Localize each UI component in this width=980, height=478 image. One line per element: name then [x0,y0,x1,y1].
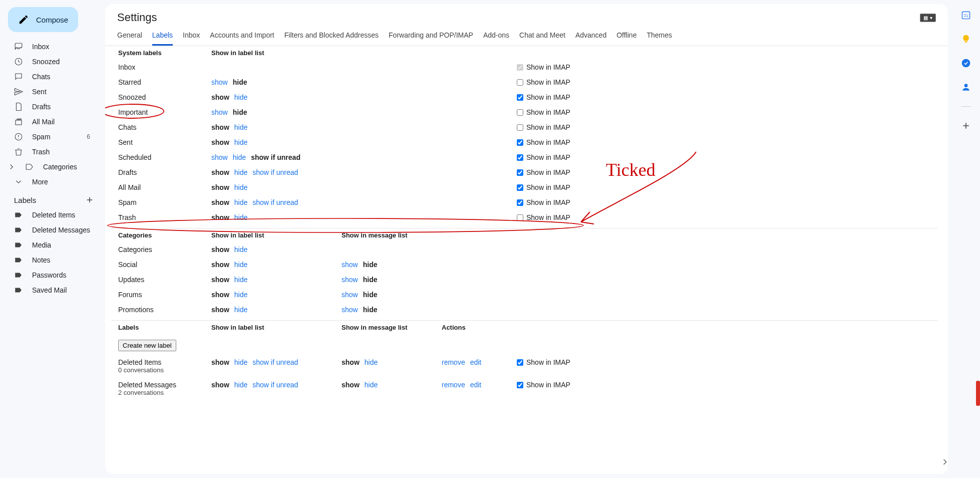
imap-toggle[interactable]: Show in IMAP [517,213,938,221]
option-show-if-unread[interactable]: show if unread [252,168,298,176]
option-hide[interactable]: hide [234,168,247,176]
sidebar-label-item[interactable]: Media [4,237,101,253]
imap-toggle[interactable]: Show in IMAP [517,63,938,71]
option-show[interactable]: show [211,153,228,161]
option-hide[interactable]: hide [234,261,247,269]
sidebar-label-item[interactable]: Passwords [4,268,101,283]
option-show[interactable]: show [342,306,358,314]
option-show[interactable]: show [211,291,229,299]
option-show[interactable]: show [211,78,228,86]
tab-add-ons[interactable]: Add-ons [483,31,509,46]
option-show-if-unread[interactable]: show if unread [252,381,298,389]
option-hide[interactable]: hide [234,358,247,366]
option-hide[interactable]: hide [234,276,247,284]
option-show[interactable]: show [211,358,229,366]
sidebar-label-item[interactable]: Deleted Items [4,207,101,222]
imap-toggle[interactable]: Show in IMAP [517,198,938,206]
nav-spam[interactable]: Spam6 [4,129,101,144]
option-hide[interactable]: hide [234,123,247,131]
option-show[interactable]: show [342,276,358,284]
add-label-icon[interactable] [85,195,94,204]
tab-forwarding-and-pop-imap[interactable]: Forwarding and POP/IMAP [389,31,473,46]
edit-action[interactable]: edit [470,358,482,366]
nav-chats[interactable]: Chats [4,69,101,84]
option-hide[interactable]: hide [233,108,247,116]
tab-labels[interactable]: Labels [152,31,173,46]
tab-themes[interactable]: Themes [646,31,672,46]
option-hide[interactable]: hide [234,198,247,206]
imap-toggle[interactable]: Show in IMAP [517,168,938,176]
imap-toggle[interactable]: Show in IMAP [517,381,938,389]
compose-button[interactable]: Compose [8,7,78,32]
nav-more[interactable]: More [4,174,101,189]
option-show[interactable]: show [211,213,229,221]
tab-chat-and-meet[interactable]: Chat and Meet [519,31,565,46]
tasks-icon[interactable] [961,58,971,68]
add-addon-icon[interactable] [961,121,971,131]
keep-icon[interactable] [961,34,971,44]
input-tool-button[interactable]: ▦▾ [920,14,936,22]
option-show[interactable]: show [211,138,229,146]
collapse-panel-icon[interactable] [940,457,948,467]
nav-categories[interactable]: Categories [4,159,101,174]
option-hide[interactable]: hide [234,306,247,314]
nav-sent[interactable]: Sent [4,84,101,99]
option-show-if-unread[interactable]: show if unread [252,358,298,366]
option-show[interactable]: show [342,358,360,366]
imap-toggle[interactable]: Show in IMAP [517,108,938,116]
nav-allmail[interactable]: All Mail [4,114,101,129]
tab-general[interactable]: General [117,31,142,46]
edit-action[interactable]: edit [470,381,482,389]
sidebar-label-item[interactable]: Notes [4,253,101,268]
option-show[interactable]: show [342,261,358,269]
calendar-icon[interactable]: 31 [961,10,971,20]
option-hide[interactable]: hide [363,306,378,314]
imap-toggle[interactable]: Show in IMAP [517,138,938,146]
nav-inbox[interactable]: Inbox [4,39,101,54]
tab-advanced[interactable]: Advanced [575,31,606,46]
nav-snoozed[interactable]: Snoozed [4,54,101,69]
option-hide[interactable]: hide [363,261,378,269]
imap-toggle[interactable]: Show in IMAP [517,123,938,131]
option-show[interactable]: show [211,168,229,176]
option-hide[interactable]: hide [233,153,246,161]
option-show[interactable]: show [211,108,228,116]
sidebar-label-item[interactable]: Deleted Messages [4,222,101,237]
option-show[interactable]: show [211,198,229,206]
imap-toggle[interactable]: Show in IMAP [517,153,938,161]
option-show[interactable]: show [211,123,229,131]
option-hide[interactable]: hide [363,276,378,284]
option-show[interactable]: show [211,93,229,101]
option-show[interactable]: show [342,381,360,389]
option-hide[interactable]: hide [234,246,247,254]
option-show[interactable]: show [211,261,229,269]
tab-filters-and-blocked-addresses[interactable]: Filters and Blocked Addresses [284,31,379,46]
option-hide[interactable]: hide [234,138,247,146]
option-hide[interactable]: hide [365,358,378,366]
option-show[interactable]: show [211,306,229,314]
imap-toggle[interactable]: Show in IMAP [517,358,938,366]
imap-toggle[interactable]: Show in IMAP [517,93,938,101]
nav-trash[interactable]: Trash [4,144,101,159]
option-hide[interactable]: hide [234,291,247,299]
sidebar-label-item[interactable]: Saved Mail [4,283,101,298]
create-label-button[interactable]: Create new label [118,340,176,351]
tab-offline[interactable]: Offline [616,31,636,46]
tab-inbox[interactable]: Inbox [183,31,200,46]
option-show[interactable]: show [211,276,229,284]
imap-toggle[interactable]: Show in IMAP [517,78,938,86]
option-show[interactable]: show [211,246,229,254]
option-hide[interactable]: hide [234,93,247,101]
settings-content[interactable]: System labels Show in label list InboxSh… [105,46,948,474]
option-hide[interactable]: hide [234,213,247,221]
option-hide[interactable]: hide [233,78,247,86]
imap-toggle[interactable]: Show in IMAP [517,183,938,191]
nav-drafts[interactable]: Drafts [4,99,101,114]
option-hide[interactable]: hide [234,381,247,389]
tab-accounts-and-import[interactable]: Accounts and Import [210,31,274,46]
remove-action[interactable]: remove [442,358,465,366]
option-show-if-unread[interactable]: show if unread [251,153,300,161]
remove-action[interactable]: remove [442,381,465,389]
option-show[interactable]: show [211,183,229,191]
option-show[interactable]: show [211,381,229,389]
